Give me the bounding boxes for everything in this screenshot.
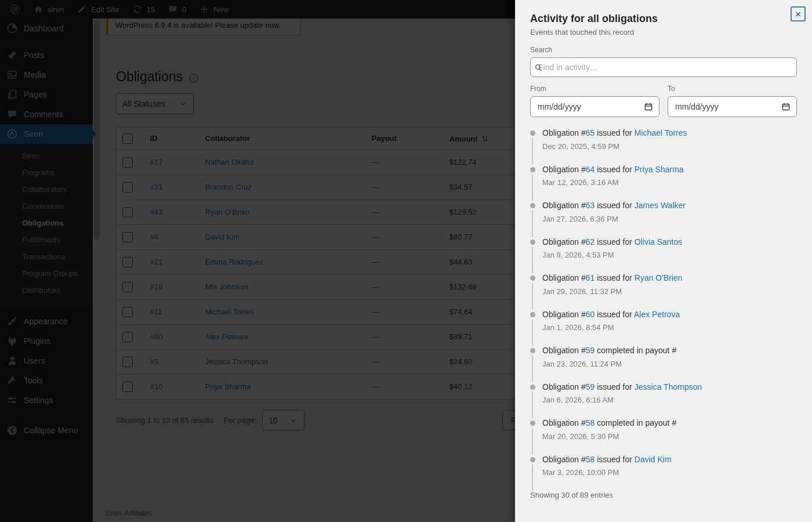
activity-prefix: Obligation #	[542, 310, 586, 319]
activity-timestamp: Jan 23, 2026, 11:24 PM	[542, 360, 797, 368]
activity-prefix: Obligation #	[542, 273, 586, 282]
activity-prefix: Obligation #	[542, 165, 586, 174]
obligation-number-link[interactable]: 58	[586, 418, 595, 427]
activity-action: issued for	[594, 273, 634, 282]
search-input[interactable]	[530, 57, 797, 77]
from-date-input[interactable]: mm/dd/yyyy	[530, 96, 659, 117]
activity-action: completed in payout #	[594, 346, 676, 355]
collaborator-link[interactable]: Ryan O'Brien	[635, 273, 683, 282]
activity-item: Obligation #58 completed in payout #Mar …	[530, 418, 797, 441]
timeline-dot-icon	[530, 240, 535, 245]
timeline-dot-icon	[530, 420, 535, 426]
obligation-number-link[interactable]: 62	[586, 237, 595, 246]
timeline-dot-icon	[530, 312, 535, 317]
activity-title: Obligation #63 issued for James Walker	[542, 201, 797, 211]
activity-title: Obligation #62 issued for Olivia Santos	[542, 237, 797, 248]
activity-prefix: Obligation #	[542, 346, 586, 355]
timeline-dot-icon	[530, 130, 535, 136]
activity-prefix: Obligation #	[542, 418, 586, 427]
activity-item: Obligation #58 issued for David KimMar 3…	[530, 455, 797, 477]
entries-summary: Showing 30 of 89 entries	[530, 491, 797, 499]
activity-title: Obligation #61 issued for Ryan O'Brien	[542, 273, 797, 284]
activity-timestamp: Jan 27, 2026, 6:36 PM	[542, 215, 797, 223]
timeline-dot-icon	[530, 457, 535, 462]
drawer-title: Activity for all obligations	[530, 13, 797, 25]
timeline-dot-icon	[530, 385, 535, 390]
activity-item: Obligation #64 issued for Priya SharmaMa…	[530, 165, 797, 187]
activity-action: issued for	[594, 237, 634, 246]
activity-title: Obligation #64 issued for Priya Sharma	[542, 165, 797, 175]
obligation-number-link[interactable]: 58	[586, 455, 595, 464]
activity-action: issued for	[594, 165, 634, 174]
obligation-number-link[interactable]: 59	[586, 346, 595, 355]
to-date-value: mm/dd/yyyy	[675, 102, 719, 111]
drawer-subtitle: Events that touched this record	[530, 28, 797, 37]
activity-item: Obligation #62 issued for Olivia SantosJ…	[530, 237, 797, 260]
activity-action: issued for	[594, 455, 634, 464]
activity-title: Obligation #60 issued for Alex Petrova	[542, 310, 797, 320]
activity-timestamp: Mar 12, 2026, 3:16 AM	[542, 178, 797, 187]
collaborator-link[interactable]: James Walker	[635, 201, 686, 210]
activity-title: Obligation #58 issued for David Kim	[542, 455, 797, 465]
activity-action: completed in payout #	[594, 418, 676, 427]
activity-prefix: Obligation #	[542, 128, 586, 137]
activity-prefix: Obligation #	[542, 237, 586, 246]
activity-action: issued for	[594, 201, 634, 210]
activity-timestamp: Mar 20, 2026, 5:30 PM	[542, 432, 797, 441]
obligation-number-link[interactable]: 60	[586, 310, 595, 319]
obligation-number-link[interactable]: 61	[586, 273, 595, 282]
from-date-value: mm/dd/yyyy	[538, 102, 581, 111]
activity-drawer: × Activity for all obligations Events th…	[515, 0, 812, 522]
obligation-number-link[interactable]: 65	[586, 128, 595, 137]
activity-timestamp: Mar 3, 2026, 10:00 PM	[542, 468, 797, 477]
activity-item: Obligation #59 completed in payout #Jan …	[530, 346, 797, 368]
activity-item: Obligation #60 issued for Alex PetrovaJa…	[530, 310, 797, 332]
activity-prefix: Obligation #	[542, 382, 586, 392]
activity-timestamp: Jan 9, 2026, 4:53 PM	[542, 251, 797, 259]
collaborator-link[interactable]: David Kim	[635, 455, 672, 464]
timeline-dot-icon	[530, 203, 535, 208]
to-date-input[interactable]: mm/dd/yyyy	[668, 96, 797, 117]
activity-item: Obligation #61 issued for Ryan O'BrienJa…	[530, 273, 797, 296]
obligation-number-link[interactable]: 64	[586, 165, 595, 174]
search-label: Search	[530, 46, 797, 54]
obligation-number-link[interactable]: 63	[586, 201, 595, 210]
activity-item: Obligation #63 issued for James WalkerJa…	[530, 201, 797, 223]
timeline-dot-icon	[530, 276, 535, 281]
activity-timestamp: Jan 1, 2026, 8:54 PM	[542, 323, 797, 332]
close-button[interactable]: ×	[791, 6, 806, 21]
collaborator-link[interactable]: Priya Sharma	[635, 165, 684, 174]
calendar-icon[interactable]	[781, 102, 791, 111]
activity-prefix: Obligation #	[542, 201, 586, 210]
activity-title: Obligation #58 completed in payout #	[542, 418, 797, 429]
activity-item: Obligation #65 issued for Michael Torres…	[530, 128, 797, 151]
activity-timestamp: Dec 20, 2025, 4:59 PM	[542, 142, 797, 151]
activity-timeline: Obligation #65 issued for Michael Torres…	[530, 128, 797, 477]
timeline-dot-icon	[530, 167, 535, 172]
activity-title: Obligation #59 issued for Jessica Thomps…	[542, 382, 797, 393]
collaborator-link[interactable]: Alex Petrova	[634, 310, 680, 319]
activity-item: Obligation #59 issued for Jessica Thomps…	[530, 382, 797, 405]
activity-title: Obligation #65 issued for Michael Torres	[542, 128, 797, 139]
calendar-icon[interactable]	[644, 102, 653, 111]
activity-action: issued for	[594, 310, 634, 319]
collaborator-link[interactable]: Michael Torres	[635, 128, 687, 137]
activity-prefix: Obligation #	[542, 455, 586, 464]
from-label: From	[530, 85, 659, 93]
collaborator-link[interactable]: Jessica Thompson	[635, 382, 702, 392]
obligation-number-link[interactable]: 59	[586, 382, 595, 392]
activity-title: Obligation #59 completed in payout #	[542, 346, 797, 356]
activity-timestamp: Jan 6, 2026, 6:16 AM	[542, 396, 797, 404]
activity-action: issued for	[594, 382, 634, 392]
activity-action: issued for	[594, 128, 634, 137]
close-icon: ×	[795, 9, 801, 19]
timeline-dot-icon	[530, 348, 535, 353]
collaborator-link[interactable]: Olivia Santos	[635, 237, 682, 246]
activity-timestamp: Jan 29, 2026, 11:32 PM	[542, 287, 797, 296]
to-label: To	[668, 85, 797, 93]
